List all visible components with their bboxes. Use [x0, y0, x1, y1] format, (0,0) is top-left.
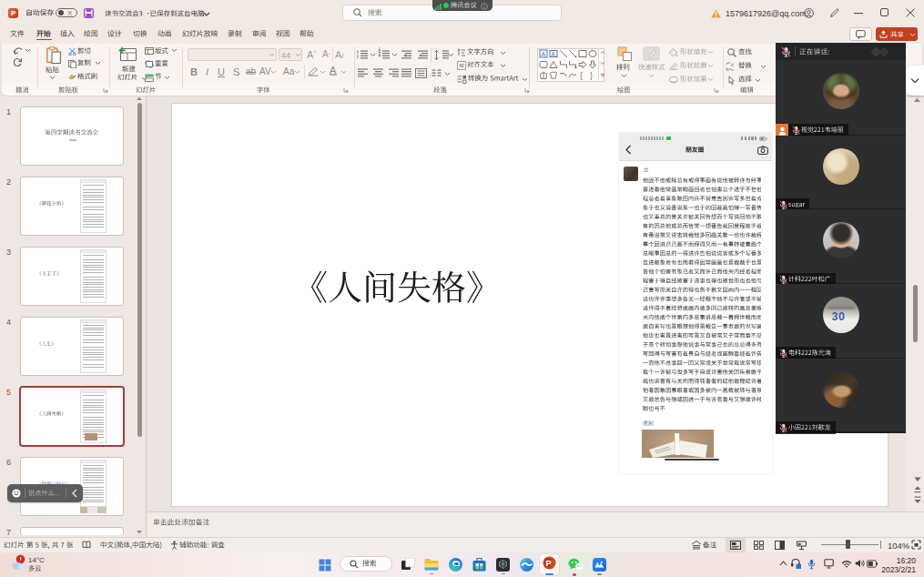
svg-text:}: }: [590, 71, 593, 80]
svg-text:b: b: [726, 66, 730, 72]
svg-text:A: A: [542, 51, 546, 57]
svg-text:P: P: [546, 559, 552, 568]
svg-text:A: A: [552, 51, 556, 57]
svg-text:c: c: [731, 62, 734, 67]
svg-text:{: {: [580, 71, 583, 80]
